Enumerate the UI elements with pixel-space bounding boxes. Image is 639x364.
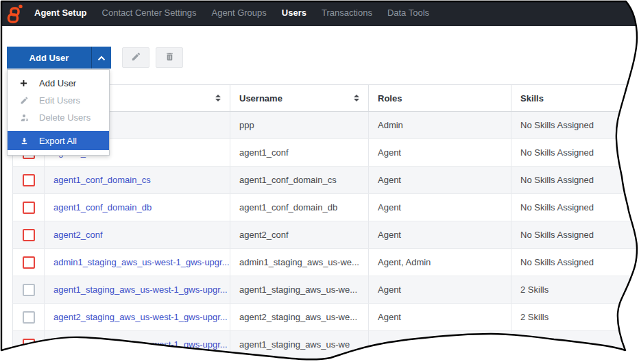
nav-items: Agent Setup Contact Center Settings Agen…: [34, 0, 429, 26]
person-remove-icon: [20, 113, 32, 123]
username-cell: admin1_staging_aws_us-we...: [230, 249, 369, 276]
chevron-up-icon: [97, 51, 106, 64]
plus-icon: [20, 80, 32, 87]
active-tab-indicator: [276, 0, 309, 2]
nav-item-data-tools[interactable]: Data Tools: [387, 0, 429, 26]
roles-cell: Admin: [369, 112, 511, 138]
username-cell: agent1_conf_domain_cs: [230, 167, 369, 193]
table-row: agent1_conf_domain_cs agent1_conf_domain…: [12, 167, 639, 194]
skills-cell: No Skills Assigned: [511, 167, 639, 193]
roles-cell: Agent: [369, 221, 511, 248]
roles-cell: Agent: [369, 276, 511, 303]
table-row: agent2_staging_aws_us-west-1_gws-upgr...…: [12, 304, 639, 331]
roles-cell: Agent: [369, 194, 511, 221]
roles-cell: Agent: [369, 139, 511, 166]
roles-cell: Agent: [369, 304, 511, 330]
nav-item-transactions[interactable]: Transactions: [322, 0, 372, 26]
user-name-link[interactable]: agent2_conf: [45, 221, 230, 248]
app-window: Agent Setup Contact Center Settings Agen…: [0, 0, 639, 364]
sort-icon[interactable]: [354, 95, 359, 101]
skills-cell: No Skills Assigned: [511, 139, 639, 166]
menu-item-delete-users[interactable]: Delete Users: [8, 109, 109, 126]
row-checkbox[interactable]: [23, 339, 35, 351]
username-cell: agent1_staging_aws_us-we: [230, 331, 369, 358]
skills-cell: No Skills Assigned: [511, 112, 639, 138]
add-user-dropdown-toggle[interactable]: [91, 47, 111, 69]
row-checkbox[interactable]: [23, 202, 35, 214]
user-name-link[interactable]: agent2_staging_aws_us-west-1_gws-upgr...: [45, 304, 230, 330]
roles-cell: Agent, Admin: [369, 249, 511, 276]
username-cell: agent2_conf: [230, 221, 369, 248]
nav-item-agent-groups[interactable]: Agent Groups: [212, 0, 267, 26]
skills-cell: 2 Skills: [511, 276, 639, 303]
header-roles-column: Roles: [369, 85, 511, 111]
header-username-column[interactable]: Username: [230, 85, 369, 111]
user-name-link[interactable]: agent1_staging_aws_us-west-1_gws-upgr...: [45, 276, 230, 303]
edit-user-button[interactable]: [122, 47, 149, 68]
download-icon: [20, 136, 32, 145]
row-checkbox[interactable]: [23, 229, 35, 241]
delete-user-button[interactable]: [156, 47, 183, 68]
brand-logo-icon: [6, 3, 23, 24]
skills-cell: No Skills Assigned: [511, 194, 639, 221]
user-name-link[interactable]: admin1_staging_aws_us-west-1_gws-upgr...: [45, 249, 230, 276]
roles-cell: Agent: [369, 167, 511, 193]
trash-icon: [165, 51, 175, 64]
user-name-link[interactable]: agent1_staging_aws_us-west-1_gws-upgr...: [45, 331, 230, 358]
add-user-split-button[interactable]: Add User: [7, 47, 111, 69]
username-cell: ppp: [230, 112, 369, 138]
nav-item-contact-center-settings[interactable]: Contact Center Settings: [102, 0, 197, 26]
skills-cell: No Skills Assigned: [511, 249, 639, 276]
row-checkbox[interactable]: [23, 284, 35, 296]
username-cell: agent1_conf_domain_db: [230, 194, 369, 221]
sort-icon[interactable]: [215, 95, 221, 101]
user-name-link[interactable]: agent1_conf_domain_cs: [45, 167, 230, 193]
table-row: agent1_staging_aws_us-west-1_gws-upgr...…: [12, 276, 639, 304]
row-checkbox[interactable]: [23, 311, 35, 324]
skills-cell: 1 Skill: [511, 331, 639, 358]
top-nav: Agent Setup Contact Center Settings Agen…: [0, 0, 639, 26]
add-user-dropdown-menu: Add User Edit Users Delete Users: [7, 69, 110, 156]
username-cell: agent1_staging_aws_us-we...: [230, 276, 369, 303]
username-cell: agent2_staging_aws_us-we...: [230, 304, 369, 330]
add-user-button[interactable]: Add User: [7, 47, 91, 69]
pencil-icon: [131, 51, 141, 64]
nav-item-agent-setup[interactable]: Agent Setup: [34, 0, 87, 26]
menu-item-edit-users[interactable]: Edit Users: [8, 92, 109, 109]
table-row: admin1_staging_aws_us-west-1_gws-upgr...…: [12, 249, 639, 276]
menu-item-add-user[interactable]: Add User: [8, 75, 109, 92]
table-row: agent1_conf_domain_db agent1_conf_domain…: [12, 194, 639, 221]
username-cell: agent1_conf: [230, 139, 369, 166]
table-row: agent2_conf agent2_conf Agent No Skills …: [12, 221, 639, 249]
row-checkbox[interactable]: [23, 256, 35, 269]
row-checkbox[interactable]: [23, 174, 35, 186]
skills-cell: No Skills Assigned: [511, 221, 639, 248]
table-row: agent1_staging_aws_us-west-1_gws-upgr...…: [12, 331, 639, 359]
header-skills-column: Skills: [511, 85, 639, 111]
menu-item-export-all[interactable]: Export All: [8, 131, 109, 150]
user-name-link[interactable]: agent1_conf_domain_db: [45, 194, 230, 221]
pencil-icon: [20, 96, 32, 105]
skills-cell: 2 Skills: [511, 304, 639, 330]
roles-cell: [369, 331, 511, 358]
nav-item-users[interactable]: Users: [282, 0, 306, 26]
